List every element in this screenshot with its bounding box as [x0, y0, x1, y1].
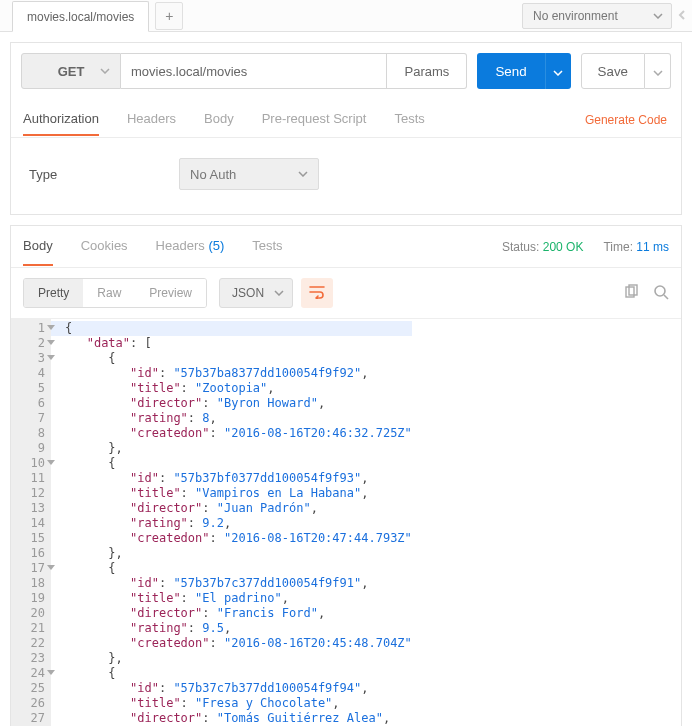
send-label: Send — [495, 64, 526, 79]
tab-prerequest[interactable]: Pre-request Script — [262, 103, 367, 136]
plus-icon: + — [165, 8, 173, 24]
headers-count: (5) — [208, 238, 224, 253]
search-icon[interactable] — [653, 284, 669, 303]
viewmode-toggle: Pretty Raw Preview — [23, 278, 207, 308]
tab-tests[interactable]: Tests — [394, 103, 424, 136]
generate-code-link[interactable]: Generate Code — [585, 113, 669, 127]
http-method-label: GET — [58, 64, 85, 79]
send-dropdown[interactable] — [545, 53, 571, 89]
time-readout: Time: 11 ms — [603, 240, 669, 254]
chevron-down-icon — [553, 64, 563, 79]
request-tab[interactable]: movies.local/movies — [12, 1, 149, 32]
response-tab-tests[interactable]: Tests — [252, 227, 282, 266]
response-body-viewer[interactable]: 1234567891011121314151617181920212223242… — [11, 318, 681, 726]
time-value: 11 ms — [636, 240, 669, 254]
chevron-down-icon — [653, 64, 663, 79]
http-method-dropdown[interactable]: GET — [21, 53, 121, 89]
chevron-down-icon — [274, 290, 284, 296]
auth-type-dropdown[interactable]: No Auth — [179, 158, 319, 190]
new-tab-button[interactable]: + — [155, 2, 183, 30]
save-dropdown[interactable] — [645, 53, 671, 89]
auth-type-label: Type — [29, 167, 179, 182]
status-readout: Status: 200 OK — [502, 240, 583, 254]
request-url-input[interactable] — [121, 53, 387, 89]
params-label: Params — [405, 64, 450, 79]
svg-point-2 — [655, 286, 665, 296]
language-label: JSON — [232, 286, 264, 300]
environment-label: No environment — [533, 9, 618, 23]
send-button[interactable]: Send — [477, 53, 544, 89]
response-tab-body[interactable]: Body — [23, 227, 53, 266]
response-tab-cookies[interactable]: Cookies — [81, 227, 128, 266]
chevron-down-icon — [298, 171, 308, 177]
params-button[interactable]: Params — [387, 53, 467, 89]
response-tab-headers[interactable]: Headers (5) — [156, 227, 225, 266]
request-panel: GET Params Send Save — [10, 42, 682, 215]
tab-body[interactable]: Body — [204, 103, 234, 136]
copy-icon[interactable] — [623, 284, 639, 303]
viewmode-pretty[interactable]: Pretty — [24, 279, 83, 307]
request-tab-title: movies.local/movies — [27, 10, 134, 24]
line-number-gutter: 1234567891011121314151617181920212223242… — [11, 319, 51, 726]
environment-dropdown[interactable]: No environment — [522, 3, 672, 29]
save-label: Save — [598, 64, 628, 79]
response-json-content: { "data": [ { "id": "57b37ba8377dd100054… — [51, 319, 412, 726]
expand-icon[interactable] — [678, 9, 688, 24]
language-dropdown[interactable]: JSON — [219, 278, 293, 308]
chevron-down-icon — [100, 68, 110, 74]
auth-type-value: No Auth — [190, 167, 236, 182]
viewmode-preview[interactable]: Preview — [135, 279, 206, 307]
chevron-down-icon — [653, 13, 663, 19]
status-value: 200 OK — [543, 240, 584, 254]
save-button[interactable]: Save — [581, 53, 645, 89]
response-panel: Body Cookies Headers (5) Tests Status: 2… — [10, 225, 682, 726]
tab-authorization[interactable]: Authorization — [23, 103, 99, 136]
tab-headers[interactable]: Headers — [127, 103, 176, 136]
wrap-icon — [309, 285, 325, 302]
viewmode-raw[interactable]: Raw — [83, 279, 135, 307]
top-tab-strip: movies.local/movies + No environment — [0, 0, 692, 32]
wrap-lines-button[interactable] — [301, 278, 333, 308]
